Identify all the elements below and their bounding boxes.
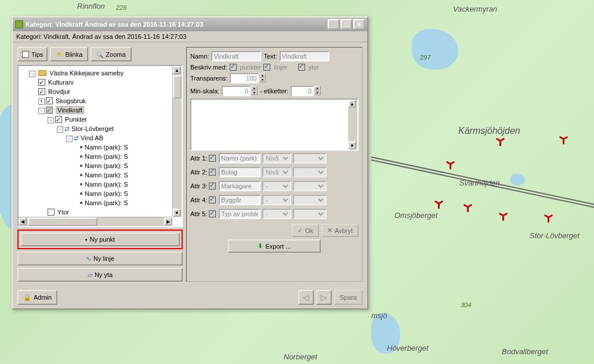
scrollbar-horizontal[interactable]: ◀ ▶	[19, 217, 172, 226]
spin-down-icon[interactable]: ▼	[251, 90, 258, 95]
next-button[interactable]: ▷	[316, 290, 332, 305]
transparens-input[interactable]	[230, 73, 259, 83]
attr-name-input[interactable]	[219, 167, 260, 177]
expand-icon[interactable]: +	[38, 99, 45, 105]
tree-node-vindkraft[interactable]: - Vindkraft - Punkter -⇄ Stor-Lövberget	[38, 105, 180, 217]
attr-value-select[interactable]	[293, 209, 327, 219]
tree-leaf[interactable]: Namn (park): S	[75, 180, 180, 189]
attr-checkbox[interactable]	[209, 196, 216, 203]
checkbox[interactable]	[55, 116, 62, 123]
scroll-up-icon[interactable]: ▲	[348, 100, 356, 108]
attr-checkbox[interactable]	[209, 155, 216, 162]
tree-node[interactable]: -⇄ Stor-Lövberget -⇄ Vind AB Namn (park)…	[57, 124, 180, 208]
attr-checkbox[interactable]	[209, 183, 216, 190]
scroll-down-icon[interactable]: ▼	[173, 209, 181, 217]
ytor-checkbox[interactable]	[298, 64, 305, 71]
ny-yta-button[interactable]: ▱Ny yta	[17, 268, 183, 282]
expand-icon[interactable]: -	[29, 71, 35, 77]
scrollbar-vertical[interactable]: ▲ ▼	[348, 100, 357, 150]
attr-level-select[interactable]: -	[262, 195, 291, 205]
attr-name-input[interactable]	[219, 195, 260, 205]
tree-node[interactable]: + Skogsbruk	[38, 96, 180, 105]
minskala-label: Min-skala:	[190, 88, 219, 94]
app-icon	[15, 20, 23, 28]
tree-leaf[interactable]: Namn (park): S	[75, 161, 180, 170]
spin-down-icon[interactable]: ▼	[259, 78, 266, 82]
attr-value-select[interactable]	[293, 153, 327, 163]
spin-up-icon[interactable]: ▲	[251, 86, 258, 90]
tree-node[interactable]: -⇄ Vind AB Namn (park): S Namn (park): S…	[66, 133, 180, 208]
tree-node[interactable]: Rovdjur	[38, 87, 180, 96]
scrollbar-vertical[interactable]: ▲ ▼	[172, 66, 182, 217]
linjer-checkbox[interactable]	[263, 64, 270, 71]
tree-leaf[interactable]: Namn (park): S	[75, 189, 180, 198]
checkbox[interactable]	[38, 79, 45, 86]
map-label: Rinnflon	[77, 2, 105, 10]
tree-leaf[interactable]: Namn (park): S	[75, 152, 180, 161]
checkbox[interactable]	[46, 107, 53, 114]
tree-node-ytor[interactable]: Ytor	[48, 208, 180, 217]
prev-button[interactable]: ◁	[298, 290, 314, 305]
close-button[interactable]: ×	[353, 19, 365, 30]
attr-name-input[interactable]	[219, 209, 260, 219]
attr-value-select[interactable]	[293, 167, 327, 177]
blinka-button[interactable]: Blinka	[50, 47, 88, 61]
attr-checkbox[interactable]	[209, 210, 216, 217]
attr-name-input[interactable]	[219, 181, 260, 191]
scroll-up-icon[interactable]: ▲	[173, 66, 181, 74]
tree-leaf[interactable]: Namn (park): S	[75, 198, 180, 208]
scroll-thumb[interactable]	[28, 217, 97, 226]
attr-level-select[interactable]: Nivå 2	[262, 167, 291, 177]
tree-node-root[interactable]: - Västra Kikkejaure sameby Kulturarv Rov…	[29, 68, 180, 217]
attr-level-select[interactable]: Nivå 1	[262, 153, 291, 163]
expand-icon[interactable]: -	[38, 108, 45, 114]
expand-icon[interactable]: -	[48, 117, 54, 123]
attr-name-input[interactable]	[219, 153, 260, 163]
turbine-icon	[560, 137, 568, 145]
attr-level-select[interactable]: -	[262, 181, 291, 191]
ok-button[interactable]: ✓Ok	[292, 224, 319, 237]
ny-linje-button[interactable]: ∿Ny linje	[17, 252, 183, 265]
namn-input[interactable]	[211, 51, 261, 61]
transparens-spinner[interactable]: ▲▼	[230, 73, 266, 83]
attr-value-select[interactable]	[293, 195, 327, 205]
text-input[interactable]	[280, 51, 329, 61]
scroll-left-icon[interactable]: ◀	[19, 217, 27, 225]
titlebar[interactable]: Kategori: Vindkraft Ändrad av ssa den 20…	[13, 17, 367, 31]
tree-node[interactable]: Kulturarv	[38, 78, 180, 87]
export-button[interactable]: ⬇Export ...	[228, 239, 321, 253]
zooma-button[interactable]: Zooma	[90, 47, 131, 61]
tree-leaf[interactable]: Namn (park): S	[75, 143, 180, 152]
maximize-button[interactable]: □	[341, 19, 352, 30]
expand-icon[interactable]: -	[66, 136, 73, 142]
minimize-button[interactable]: _	[328, 19, 339, 30]
attr-level-select[interactable]: -	[262, 209, 291, 219]
expand-icon[interactable]: -	[57, 126, 63, 133]
tree-view[interactable]: - Västra Kikkejaure sameby Kulturarv Rov…	[17, 65, 183, 227]
tips-toggle[interactable]: Tips	[17, 47, 48, 61]
checkbox[interactable]	[46, 97, 53, 104]
avbryt-button[interactable]: ✕Avbryt	[321, 224, 358, 237]
spara-button[interactable]: Spara	[334, 290, 363, 305]
punkter-checkbox[interactable]	[230, 64, 237, 71]
checkbox[interactable]	[48, 209, 55, 216]
checkbox[interactable]	[38, 88, 45, 95]
etiketter-spinner[interactable]: ▲▼	[291, 86, 321, 96]
description-textarea[interactable]: ▲ ▼	[190, 99, 358, 151]
spin-down-icon[interactable]: ▼	[314, 90, 321, 95]
etiketter-input[interactable]	[291, 86, 314, 96]
scroll-thumb[interactable]	[173, 75, 182, 99]
scroll-down-icon[interactable]: ▼	[348, 141, 356, 150]
spin-up-icon[interactable]: ▲	[259, 73, 266, 78]
tree-leaf[interactable]: Namn (park): S	[75, 170, 180, 180]
footer: Admin ◁ ▷ Spara	[13, 286, 367, 308]
tree-node-punkter[interactable]: - Punkter -⇄ Stor-Lövberget -⇄ Vind AB	[48, 115, 180, 208]
admin-button[interactable]: Admin	[17, 290, 57, 305]
spin-up-icon[interactable]: ▲	[314, 86, 321, 90]
ny-punkt-button[interactable]: •Ny punkt	[20, 232, 180, 246]
attr-value-select[interactable]	[293, 181, 327, 191]
scroll-right-icon[interactable]: ▶	[164, 217, 172, 225]
minskala-input[interactable]	[222, 86, 251, 96]
minskala-spinner[interactable]: ▲▼	[222, 86, 258, 96]
attr-checkbox[interactable]	[209, 169, 216, 176]
